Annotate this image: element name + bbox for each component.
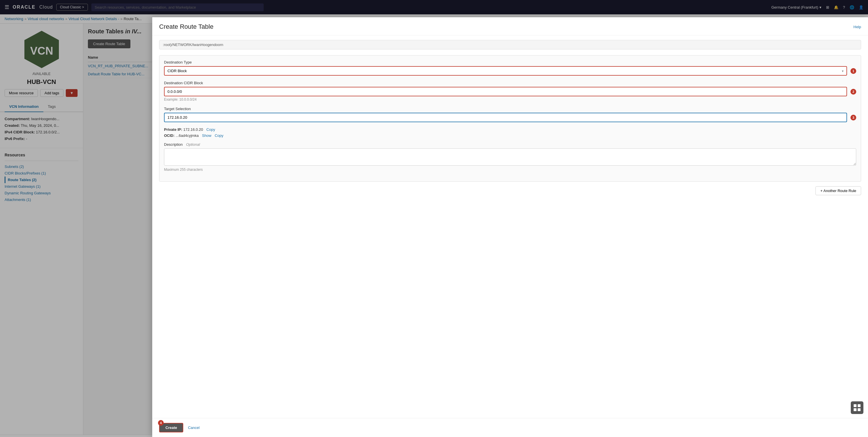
destination-cidr-field-wrapper: 2 — [164, 87, 856, 96]
max-chars-hint: Maximum 255 characters — [164, 168, 856, 172]
destination-cidr-label: Destination CIDR Block — [164, 81, 856, 85]
create-button-wrapper: Create 4 — [159, 423, 183, 432]
create-route-table-dialog: Create Route Table Help :root)/NETWORK/I… — [152, 17, 868, 437]
footer-actions: Create 4 Cancel — [159, 423, 199, 432]
dialog-footer: Create 4 Cancel — [152, 418, 868, 437]
destination-cidr-hint: Example: 10.0.0.0/24 — [164, 97, 856, 101]
ocid-show[interactable]: Show — [202, 134, 211, 138]
cancel-link[interactable]: Cancel — [188, 426, 199, 430]
description-label: Description Optional — [164, 142, 856, 147]
destination-type-badge: 1 — [850, 68, 856, 74]
support-icon[interactable] — [851, 401, 863, 414]
destination-type-group: Destination Type CIDR Block 1 — [164, 60, 856, 76]
private-ip-row: Private IP: 172.16.0.20 Copy — [164, 127, 856, 132]
svg-rect-3 — [858, 404, 861, 407]
ocid-copy[interactable]: Copy — [215, 134, 223, 138]
target-selection-field-wrapper: 3 — [164, 113, 856, 122]
destination-cidr-badge: 2 — [850, 89, 856, 95]
destination-type-field-wrapper: CIDR Block 1 — [164, 66, 856, 76]
destination-type-label: Destination Type — [164, 60, 856, 64]
dialog-title: Create Route Table — [159, 23, 213, 30]
description-textarea[interactable] — [164, 148, 856, 166]
dialog-body: :root)/NETWORK/IwanHoogendoorn Destinati… — [152, 35, 868, 418]
target-selection-badge: 3 — [850, 115, 856, 120]
description-group: Description Optional Maximum 255 charact… — [164, 142, 856, 172]
svg-rect-4 — [854, 408, 857, 411]
target-selection-input[interactable] — [164, 113, 847, 122]
dialog-help-link[interactable]: Help — [854, 25, 861, 29]
create-badge: 4 — [158, 420, 164, 426]
another-route-rule-button[interactable]: + Another Route Rule — [815, 186, 861, 195]
target-selection-group: Target Selection 3 — [164, 107, 856, 122]
destination-cidr-input[interactable] — [164, 87, 847, 96]
destination-cidr-group: Destination CIDR Block 2 Example: 10.0.0… — [164, 81, 856, 101]
target-selection-label: Target Selection — [164, 107, 856, 111]
route-rule-card: Destination Type CIDR Block 1 Destinatio… — [159, 55, 861, 182]
svg-rect-5 — [858, 408, 861, 411]
private-ip-copy[interactable]: Copy — [207, 127, 215, 132]
destination-type-select[interactable]: CIDR Block — [164, 66, 847, 76]
compartment-path: :root)/NETWORK/IwanHoogendoorn — [159, 40, 861, 50]
dialog-header: Create Route Table Help — [152, 17, 868, 35]
svg-rect-2 — [854, 404, 857, 407]
ocid-row: OCID: ...6ad4cyjmka Show Copy — [164, 134, 856, 138]
